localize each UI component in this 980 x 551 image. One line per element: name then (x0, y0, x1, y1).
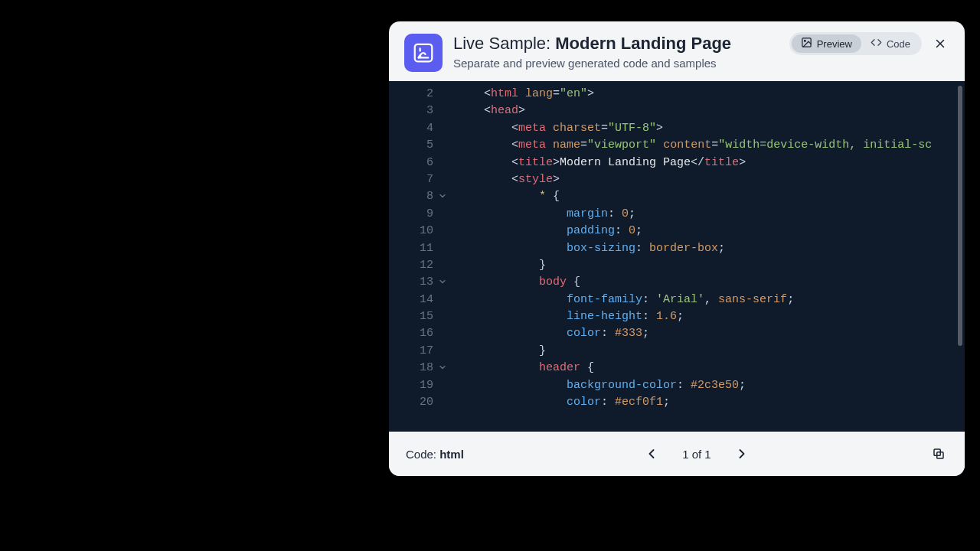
prev-button[interactable] (642, 445, 661, 463)
line-number: 2 (389, 86, 444, 103)
code-line: * { (456, 188, 965, 205)
code-line: body { (456, 274, 965, 291)
code-line: padding: 0; (456, 223, 965, 240)
code-line: <title>Modern Landing Page</title> (456, 155, 965, 171)
tab-code-label: Code (887, 38, 910, 50)
scrollbar-thumb[interactable] (958, 86, 962, 346)
code-line: box-sizing: border-box; (456, 240, 965, 257)
line-number: 12 (389, 257, 444, 274)
tab-preview-label: Preview (817, 38, 852, 50)
copy-button[interactable] (929, 445, 948, 463)
image-icon (801, 37, 812, 51)
tab-code[interactable]: Code (861, 34, 920, 53)
pager-text: 1 of 1 (682, 448, 711, 461)
panel-footer: Code: html 1 of 1 (389, 432, 965, 476)
line-number: 4 (389, 120, 444, 137)
live-sample-panel: Live Sample: Modern Landing Page Separat… (389, 21, 965, 476)
code-line: color: #333; (456, 325, 965, 342)
code-line: line-height: 1.6; (456, 308, 965, 325)
code-line: } (456, 257, 965, 274)
line-number: 19 (389, 377, 444, 394)
code-lines: <html lang="en"> <head> <meta charset="U… (444, 81, 965, 432)
line-number: 20 (389, 394, 444, 411)
code-editor[interactable]: 234567891011121314151617181920 <html lan… (389, 81, 965, 432)
close-button[interactable] (931, 34, 949, 53)
fold-chevron-icon[interactable] (436, 190, 447, 201)
next-button[interactable] (733, 445, 751, 463)
fold-chevron-icon[interactable] (436, 276, 447, 286)
pager: 1 of 1 (472, 445, 922, 463)
line-number: 6 (389, 155, 444, 171)
close-icon (933, 37, 947, 51)
code-line: } (456, 343, 965, 360)
title-prefix: Live Sample: (453, 34, 555, 53)
code-line: header { (456, 360, 965, 377)
chevron-left-icon (644, 446, 659, 461)
line-number: 5 (389, 137, 444, 154)
chevron-right-icon (734, 446, 750, 461)
line-number: 8 (389, 188, 444, 205)
code-line: <meta name="viewport" content="width=dev… (456, 137, 965, 154)
line-number: 3 (389, 103, 444, 119)
code-line: margin: 0; (456, 206, 965, 223)
header-controls: Preview Code (789, 32, 949, 55)
line-gutter: 234567891011121314151617181920 (389, 81, 444, 432)
copy-icon (932, 447, 946, 461)
code-label: Code: (406, 448, 439, 461)
fold-chevron-icon[interactable] (436, 361, 447, 372)
code-icon (871, 37, 882, 51)
code-language: Code: html (406, 448, 464, 461)
view-toggle: Preview Code (789, 32, 922, 55)
code-line: <head> (456, 103, 965, 119)
tab-preview[interactable]: Preview (792, 34, 861, 53)
language-name: html (439, 448, 464, 461)
code-line: <meta charset="UTF-8"> (456, 120, 965, 137)
line-number: 13 (389, 274, 444, 291)
code-line: <html lang="en"> (456, 86, 965, 103)
title-name: Modern Landing Page (555, 34, 731, 53)
app-icon (404, 34, 443, 72)
svg-point-2 (804, 40, 805, 41)
line-number: 15 (389, 308, 444, 325)
line-number: 7 (389, 171, 444, 188)
line-number: 9 (389, 206, 444, 223)
code-line: color: #ecf0f1; (456, 394, 965, 411)
panel-subtitle: Separate and preview generated code and … (453, 57, 779, 70)
line-number: 10 (389, 223, 444, 240)
code-line: background-color: #2c3e50; (456, 377, 965, 394)
code-line: <style> (456, 171, 965, 188)
line-number: 17 (389, 343, 444, 360)
panel-title: Live Sample: Modern Landing Page (453, 34, 779, 54)
code-line: font-family: 'Arial', sans-serif; (456, 292, 965, 308)
line-number: 14 (389, 292, 444, 308)
titles: Live Sample: Modern Landing Page Separat… (453, 34, 779, 70)
line-number: 18 (389, 360, 444, 377)
line-number: 16 (389, 325, 444, 342)
panel-header: Live Sample: Modern Landing Page Separat… (389, 21, 965, 81)
line-number: 11 (389, 240, 444, 257)
